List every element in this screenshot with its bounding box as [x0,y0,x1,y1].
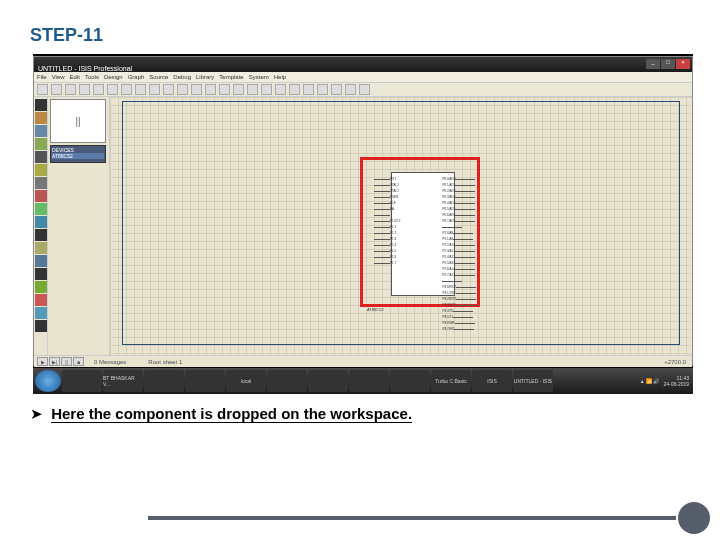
tool-button[interactable] [35,268,47,280]
toolbar-button[interactable] [121,84,132,95]
menu-item[interactable]: Debug [173,74,191,80]
pin [442,225,476,230]
taskbar-item[interactable]: UNTITLED - ISIS [513,370,553,392]
pin: P2.1/A9 [442,237,476,242]
toolbar [34,83,692,97]
taskbar: BT BHASKAR V...localTurbo C BasicISISUNT… [33,368,693,394]
menu-item[interactable]: Help [274,74,286,80]
taskbar-item[interactable] [185,370,225,392]
toolbar-button[interactable] [331,84,342,95]
play-control-button[interactable]: || [61,357,72,366]
play-control-button[interactable]: ■ [73,357,84,366]
toolbar-button[interactable] [303,84,314,95]
toolbar-button[interactable] [289,84,300,95]
tool-button[interactable] [35,307,47,319]
menu-item[interactable]: System [249,74,269,80]
toolbar-button[interactable] [247,84,258,95]
toolbar-button[interactable] [219,84,230,95]
devices-list[interactable]: DEVICES AT89C52 [50,145,106,163]
tool-button[interactable] [35,216,47,228]
tool-button[interactable] [35,203,47,215]
close-button[interactable]: × [676,59,690,69]
tool-button[interactable] [35,242,47,254]
tool-button[interactable] [35,255,47,267]
tool-button[interactable] [35,138,47,150]
tool-button[interactable] [35,320,47,332]
pin: P1.5 [374,249,401,254]
play-control-button[interactable]: ▶| [49,357,60,366]
window-title: UNTITLED - ISIS Professional [34,65,132,72]
taskbar-item[interactable] [349,370,389,392]
toolbar-button[interactable] [345,84,356,95]
statusbar: ▶▶|||■ 0 Messages Root sheet 1 +2700.0 [34,355,692,367]
pin: P0.5/AD5 [442,207,476,212]
toolbar-button[interactable] [107,84,118,95]
tool-button[interactable] [35,112,47,124]
pin: ALE [374,201,401,206]
toolbar-button[interactable] [65,84,76,95]
tool-button[interactable] [35,125,47,137]
tool-button[interactable] [35,177,47,189]
tool-button[interactable] [35,229,47,241]
toolbar-button[interactable] [79,84,90,95]
pin: RST [374,177,401,182]
taskbar-item[interactable] [267,370,307,392]
taskbar-item[interactable]: local [226,370,266,392]
menu-item[interactable]: View [52,74,65,80]
toolbar-button[interactable] [135,84,146,95]
pin: P2.7/A15 [442,273,476,278]
pin: P0.3/AD3 [442,195,476,200]
pin: P3.3/INT1 [442,303,476,308]
tool-button[interactable] [35,99,47,111]
taskbar-item[interactable] [308,370,348,392]
taskbar-item[interactable]: Turbo C Basic [431,370,471,392]
menu-item[interactable]: Tools [85,74,99,80]
toolbar-button[interactable] [205,84,216,95]
menu-item[interactable]: Template [219,74,243,80]
menu-item[interactable]: Source [149,74,168,80]
play-control-button[interactable]: ▶ [37,357,48,366]
component-chip[interactable]: RSTXTAL2XTAL1PSENALEEAP1.0/T2P1.1P1.2P1.… [391,172,455,296]
toolbar-button[interactable] [359,84,370,95]
toolbar-button[interactable] [51,84,62,95]
menu-item[interactable]: Library [196,74,214,80]
menu-item[interactable]: File [37,74,47,80]
tool-button[interactable] [35,151,47,163]
pin [442,279,476,284]
pin: EA [374,207,401,212]
toolbar-button[interactable] [191,84,202,95]
taskbar-item[interactable] [390,370,430,392]
tool-button[interactable] [35,164,47,176]
device-item[interactable]: AT89C52 [52,153,104,159]
component-preview: || [50,99,106,143]
menu-item[interactable]: Edit [70,74,80,80]
toolbar-button[interactable] [275,84,286,95]
workspace-canvas[interactable]: RSTXTAL2XTAL1PSENALEEAP1.0/T2P1.1P1.2P1.… [110,97,692,355]
toolbar-button[interactable] [149,84,160,95]
taskbar-item[interactable]: BT BHASKAR V... [103,370,143,392]
pin: P3.1/TXD [442,291,476,296]
start-button[interactable] [35,370,61,392]
toolbar-button[interactable] [177,84,188,95]
toolbar-button[interactable] [317,84,328,95]
pin: P1.4 [374,243,401,248]
chip-label: AT89C52 [367,307,384,312]
tool-button[interactable] [35,190,47,202]
toolbar-button[interactable] [37,84,48,95]
toolbar-button[interactable] [163,84,174,95]
taskbar-item[interactable]: ISIS [472,370,512,392]
menu-item[interactable]: Design [104,74,123,80]
minimize-button[interactable]: _ [646,59,660,69]
taskbar-item[interactable] [144,370,184,392]
pin: P2.6/A14 [442,267,476,272]
toolbar-button[interactable] [261,84,272,95]
tool-button[interactable] [35,281,47,293]
coords: +2700.0 [664,356,686,368]
toolbar-button[interactable] [233,84,244,95]
taskbar-item[interactable] [62,370,102,392]
menu-item[interactable]: Graph [128,74,145,80]
toolbar-button[interactable] [93,84,104,95]
maximize-button[interactable]: □ [661,59,675,69]
pin: P3.0/RXD [442,285,476,290]
tool-button[interactable] [35,294,47,306]
